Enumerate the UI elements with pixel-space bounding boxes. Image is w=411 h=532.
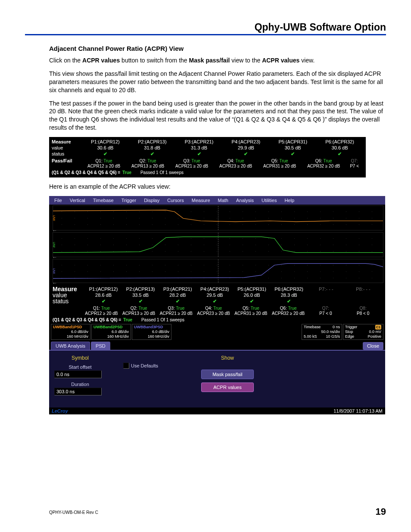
waveform-track-1[interactable]: UW ← [53,205,383,230]
header-rule [25,34,386,35]
channel-title: UWBBand1PSD [53,325,88,330]
page-title: Qphy-UWB Software Option [25,22,386,34]
channel-strip: UWBBand1PSD 6.0 dB/div 160 MHz/div UWBBa… [49,323,385,341]
channel-value: 160 MHz/div [134,334,169,339]
channel-value: 6.0 dB/div [53,330,88,334]
waveform-track-2[interactable]: UW ← [53,232,383,257]
menu-timebase[interactable]: Timebase [93,198,114,203]
duration-label: Duration [71,382,89,387]
channel-box-2[interactable]: UWBBand2PSD 6.0 dB/div 160 MHz/div [91,324,131,340]
timebase-rate: 10 GS/s [326,334,340,339]
pf-cond: ACPR32 ≥ 20 dB [302,164,346,169]
overall-row: (Q1 & Q2 & Q3 & Q4 & Q5 & Q6) = True Pas… [52,170,363,175]
pf-cond: ACPR31 ≥ 20 dB [232,311,270,317]
start-offset-label: Start offset [69,364,92,370]
paragraph-1: Click on the ACPR values button to switc… [49,56,386,65]
tab-psd[interactable]: PSD [91,342,110,350]
pf-q8: Q8: [344,306,382,311]
meas-header: P1:(ACPR12) [85,286,122,292]
meas-value: 29.9 dB [222,145,269,150]
text: button to switch from the [120,57,189,64]
overall-tail: Passed 1 Of 1 sweeps [141,317,184,322]
start-offset-input[interactable]: 0.0 ns [54,370,102,378]
meas-value: 28.3 dB [271,292,308,298]
menu-utilities[interactable]: Utilities [262,198,277,203]
check-icon: ✔ [287,299,291,304]
overall-row: (Q1 & Q2 & Q3 & Q4 & Q5 & Q6) = True Pas… [53,317,382,322]
menu-math[interactable]: Math [218,198,228,203]
channel-box-3[interactable]: UWBBand3PSD 6.0 dB/div 160 MHz/div [132,324,171,340]
pf-cond: ACPR12 ≥ 20 dB [83,311,120,317]
pf-q: True [103,159,112,163]
check-icon: ✔ [197,151,201,157]
paragraph-4: Here is an example of the ACPR values vi… [49,183,386,191]
trigger-box[interactable]: TriggerC1 Stop0.0 mV EdgePositive [343,324,383,340]
brand-logo: LeCroy [52,408,68,414]
waveform-track-3[interactable]: UW ← [53,259,383,283]
meas-header: P1:(ACPR12) [82,139,129,144]
channel-title: UWBBand2PSD [93,325,129,330]
paragraph-3: The test passes if the power in the band… [49,100,386,132]
timebase-box[interactable]: Timebase0 ns 50.0 ns/div 5.00 kS10 GS/s [302,324,342,340]
check-icon: ✔ [250,299,254,304]
menu-measure[interactable]: Measure [192,198,210,203]
meas-header: P2:(ACPR13) [122,286,159,292]
check-icon: ✔ [291,151,295,157]
check-icon: ✔ [103,151,107,157]
use-defaults-checkbox[interactable]: Use Defaults [123,363,158,369]
meas-header: P6:(ACPR32) [316,139,363,144]
acpr-mini-panel: Measure P1:(ACPR12) P2:(ACPR13) P3:(ACPR… [49,137,366,177]
pf-q: True [191,159,200,163]
meas-header: P5:(ACPR31) [269,139,316,144]
pf-q7: Q7: [307,306,345,311]
timestamp: 11/8/2007 11:07:13 AM [333,408,383,414]
timebase-samples: 5.00 kS [304,334,317,339]
footer-revision: QPHY-UWB-OM-E Rev C [49,510,98,515]
menu-file[interactable]: File [54,198,62,203]
brand-row: LeCroy 11/8/2007 11:07:13 AM [49,408,385,414]
menu-display[interactable]: Display [144,198,159,203]
menu-bar: File Vertical Timebase Trigger Display C… [49,196,385,205]
acpr-values-button[interactable]: ACPR values [201,383,254,392]
menu-trigger[interactable]: Trigger [121,198,136,203]
close-button[interactable]: Close [363,342,383,350]
channel-value: 6.0 dB/div [93,330,129,334]
overall-label: (Q1 & Q2 & Q3 & Q4 & Q5 & Q6) = [53,317,121,322]
meas-header: P4:(ACPR23) [196,286,233,292]
pf-cond: ACPR31 ≥ 20 dB [258,164,302,169]
tab-uwb-analysis[interactable]: UWB Analysis [51,342,90,350]
channel-value: 160 MHz/div [93,334,129,339]
pf-cond: ACPR13 ≥ 20 dB [126,164,170,169]
symbol-heading: Symbol [72,355,89,361]
trigger-type: Edge [345,334,354,339]
text: Click on the [49,57,82,64]
check-icon: ✔ [213,299,217,304]
menu-cursors[interactable]: Cursors [167,198,184,203]
pf-cond: ACPR12 ≥ 20 dB [82,164,126,169]
pf-q: True [147,159,156,163]
passfail-label: Pass/Fail [52,158,82,163]
timebase-div: 50.0 ns/div [321,330,340,334]
passfail-label: Pass/Fail [53,305,83,311]
duration-input[interactable]: 303.0 ns [54,388,102,395]
footer-page-number: 19 [376,506,386,517]
waveform-1 [53,206,383,230]
meas-header: P7:- - - [308,286,345,292]
overall-tail: Passed 1 Of 1 sweeps [140,170,184,175]
measure-label: Measure [52,139,82,144]
text: view to the [230,57,262,64]
menu-analysis[interactable]: Analysis [236,198,254,203]
waveform-2 [53,233,383,257]
menu-vertical[interactable]: Vertical [70,198,85,203]
overall-label: (Q1 & Q2 & Q3 & Q4 & Q5 & Q6) = [52,170,120,175]
mask-passfail-button[interactable]: Mask pass/fail [201,370,254,379]
channel-box-1[interactable]: UWBBand1PSD 6.0 dB/div 160 MHz/div [51,324,90,340]
menu-help[interactable]: Help [284,198,294,203]
status-label: status [52,151,82,156]
meas-value: 31.3 dB [176,145,223,150]
pf-cond: ACPR32 ≥ 20 dB [270,311,307,317]
paragraph-2: This view shows the pass/fail limit test… [49,70,386,94]
pf-cond: P7 < 0 [307,311,345,317]
meas-header: P3:(ACPR21) [176,139,223,144]
waveform-area[interactable]: UW ← UW ← UW ← [49,205,385,284]
